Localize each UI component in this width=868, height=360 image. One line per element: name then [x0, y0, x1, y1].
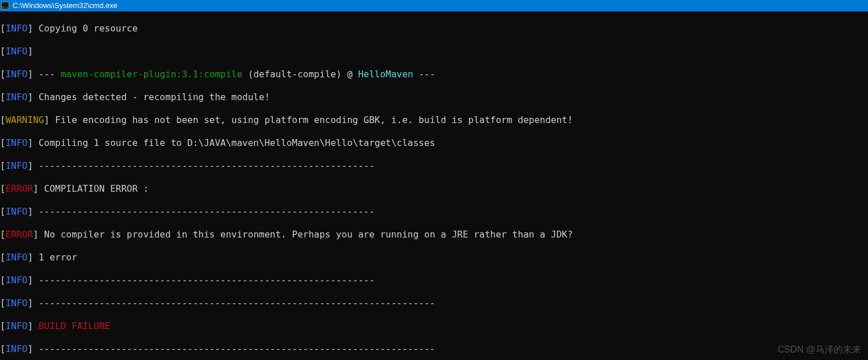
console-line: [WARNING] File encoding has not been set… — [0, 114, 868, 126]
console-line: [INFO] Changes detected - recompiling th… — [0, 92, 868, 103]
console-line: [INFO] ---------------------------------… — [0, 298, 868, 309]
console-line: [INFO] ---------------------------------… — [0, 160, 868, 172]
console-line: [INFO] ---------------------------------… — [0, 275, 868, 286]
console-line: [INFO] Compiling 1 source file to D:\JAV… — [0, 137, 868, 149]
console-line: [INFO] 1 error — [0, 252, 868, 263]
console-line: [INFO] ---------------------------------… — [0, 343, 868, 355]
console-line: [INFO] --- maven-compiler-plugin:3.1:com… — [0, 69, 868, 80]
console-line: [INFO] BUILD FAILURE — [0, 321, 868, 332]
console-line: [INFO] Copying 0 resource — [0, 23, 868, 34]
window-titlebar[interactable]: C:\Windows\System32\cmd.exe — [0, 0, 868, 11]
console-line: [ERROR] No compiler is provided in this … — [0, 229, 868, 240]
cmd-icon — [1, 2, 9, 10]
console-line: [ERROR] COMPILATION ERROR : — [0, 183, 868, 195]
window-title: C:\Windows\System32\cmd.exe — [13, 0, 118, 11]
console-line: [INFO] ---------------------------------… — [0, 206, 868, 217]
console-output[interactable]: [INFO] Copying 0 resource [INFO] [INFO] … — [0, 11, 868, 360]
console-line: [INFO] — [0, 46, 868, 57]
